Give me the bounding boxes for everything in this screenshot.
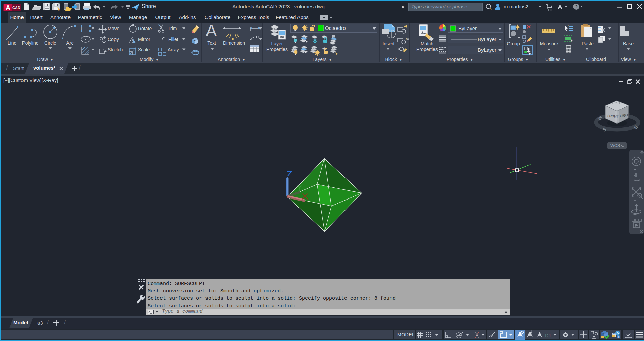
- svg-text:CAD: CAD: [12, 6, 20, 10]
- svg-text:A: A: [6, 4, 10, 11]
- svg-text:?: ?: [575, 4, 578, 9]
- svg-text:1:1: 1:1: [544, 332, 551, 338]
- svg-text:m.martins2: m.martins2: [504, 4, 528, 9]
- svg-text:i: i: [618, 335, 619, 339]
